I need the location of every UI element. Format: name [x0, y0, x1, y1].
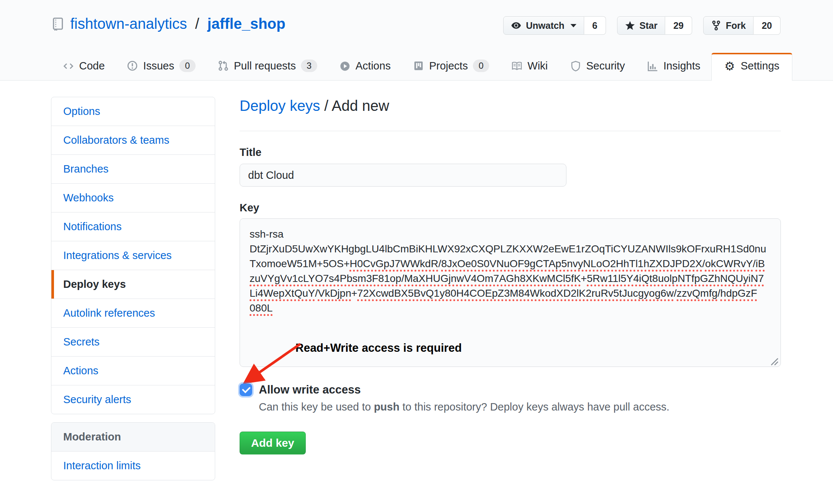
- sidebar-item-options[interactable]: Options: [51, 97, 215, 126]
- tab-insights[interactable]: Insights: [636, 53, 711, 80]
- play-icon: [339, 61, 351, 72]
- tab-security[interactable]: Security: [559, 53, 636, 80]
- tab-label: Insights: [663, 60, 700, 72]
- key-text-line: 080L: [250, 301, 771, 316]
- tab-label: Wiki: [528, 60, 548, 72]
- tab-label: Projects: [429, 60, 468, 72]
- tab-pull-requests[interactable]: Pull requests3: [207, 53, 328, 80]
- sidebar-item-collaborators-teams[interactable]: Collaborators & teams: [51, 126, 215, 154]
- key-text-line: TxomoeW51M+5OS+H0CvGpJ7WWkdR/8JxOe0S0VNu…: [250, 256, 771, 271]
- repo-book-icon: [51, 17, 64, 31]
- star-button[interactable]: Star: [617, 16, 666, 35]
- repo-header: fishtown-analytics / jaffle_shop Unwatch…: [0, 0, 833, 81]
- push-emphasis: push: [374, 401, 399, 413]
- tab-counter: 0: [473, 59, 489, 72]
- moderation-menu: Moderation Interaction limits: [51, 422, 215, 480]
- code-icon: [63, 61, 74, 72]
- tab-label: Pull requests: [234, 60, 296, 72]
- allow-write-row: Allow write access: [240, 383, 781, 396]
- deploy-keys-link[interactable]: Deploy keys: [240, 98, 320, 114]
- sidebar-item-actions[interactable]: Actions: [51, 356, 215, 385]
- settings-sidebar: OptionsCollaborators & teamsBranchesWebh…: [51, 97, 215, 480]
- tab-counter: 3: [301, 59, 317, 72]
- unwatch-button[interactable]: Unwatch: [503, 16, 584, 35]
- repo-actions: Unwatch6Star29Fork20: [503, 16, 780, 35]
- page-title: Deploy keys / Add new: [240, 97, 781, 115]
- sidebar-item-webhooks[interactable]: Webhooks: [51, 183, 215, 212]
- tab-wiki[interactable]: Wiki: [500, 53, 559, 80]
- key-text-line: zuVYgVv1cLYO7s4Pbsm3F81op/MaXHUGjnwV4Om7…: [250, 271, 771, 286]
- settings-menu: OptionsCollaborators & teamsBranchesWebh…: [51, 97, 215, 414]
- sidebar-item-branches[interactable]: Branches: [51, 154, 215, 183]
- repo-breadcrumb: fishtown-analytics / jaffle_shop: [51, 16, 285, 32]
- readwrite-annotation: Read+Write access is required: [295, 341, 462, 355]
- unwatch-label: Unwatch: [526, 20, 564, 31]
- tab-label: Security: [586, 60, 625, 72]
- repo-name-link[interactable]: jaffle_shop: [207, 16, 285, 32]
- fork-icon: [711, 20, 721, 31]
- unwatch-button-group: Unwatch6: [503, 16, 606, 35]
- fork-button[interactable]: Fork: [703, 16, 754, 35]
- add-key-button[interactable]: Add key: [240, 432, 306, 454]
- star-label: Star: [640, 20, 658, 31]
- tab-issues[interactable]: Issues0: [116, 53, 206, 80]
- fork-button-group: Fork20: [703, 16, 780, 35]
- wiki-icon: [511, 61, 522, 72]
- project-icon: [413, 60, 424, 71]
- fork-count[interactable]: 20: [754, 16, 780, 35]
- repo-owner-link[interactable]: fishtown-analytics: [70, 16, 187, 32]
- tab-settings[interactable]: ⚙Settings: [711, 53, 792, 81]
- sidebar-item-secrets[interactable]: Secrets: [51, 327, 215, 356]
- allow-write-note: Can this key be used to push to this rep…: [259, 401, 781, 413]
- repo-separator: /: [193, 16, 202, 32]
- star-button-group: Star29: [617, 16, 692, 35]
- gear-icon: ⚙: [724, 61, 735, 72]
- graph-icon: [647, 61, 658, 72]
- star-count[interactable]: 29: [665, 16, 692, 35]
- tab-label: Issues: [143, 60, 174, 72]
- repo-nav: CodeIssues0Pull requests3ActionsProjects…: [52, 53, 792, 81]
- sidebar-item-notifications[interactable]: Notifications: [51, 212, 215, 241]
- tab-counter: 0: [179, 59, 195, 72]
- tab-projects[interactable]: Projects0: [402, 53, 500, 80]
- sidebar-item-security-alerts[interactable]: Security alerts: [51, 385, 215, 414]
- textarea-resize-handle[interactable]: [769, 355, 779, 365]
- key-text-line: Li4WepXtQuY/VkDjpn+72XcwdBX5BvQ1y80H4COE…: [250, 286, 771, 301]
- tab-label: Actions: [356, 60, 391, 72]
- title-label: Title: [240, 147, 781, 158]
- caret-down-icon: [570, 24, 576, 27]
- tab-label: Code: [79, 60, 105, 72]
- fork-label: Fork: [726, 20, 746, 31]
- sidebar-item-interaction-limits[interactable]: Interaction limits: [51, 452, 215, 480]
- settings-layout: OptionsCollaborators & teamsBranchesWebh…: [0, 81, 833, 480]
- key-textarea[interactable]: ssh-rsaDtZjrXuD5UwXwYKHgbgLU4lbCmBiKHLWX…: [240, 218, 781, 367]
- allow-write-access-checkbox[interactable]: [240, 384, 252, 396]
- key-text-line: DtZjrXuD5UwXwYKHgbgLU4lbCmBiKHLWX92xCXQP…: [250, 242, 771, 256]
- key-text-line: ssh-rsa: [250, 227, 771, 242]
- title-divider: [240, 131, 781, 131]
- tab-actions[interactable]: Actions: [328, 53, 402, 80]
- main-content: Deploy keys / Add new Title Key ssh-rsaD…: [240, 97, 781, 480]
- sidebar-item-deploy-keys[interactable]: Deploy keys: [51, 270, 215, 299]
- shield-icon: [570, 61, 581, 72]
- sidebar-item-autolink-references[interactable]: Autolink references: [51, 299, 215, 327]
- unwatch-count[interactable]: 6: [584, 16, 606, 35]
- eye-icon: [511, 20, 521, 31]
- tab-label: Settings: [741, 60, 779, 72]
- allow-write-access-label[interactable]: Allow write access: [259, 383, 361, 396]
- pull-request-icon: [218, 60, 229, 71]
- tab-code[interactable]: Code: [52, 53, 116, 80]
- title-input[interactable]: [240, 164, 566, 187]
- key-label: Key: [240, 202, 781, 213]
- sidebar-item-integrations-services[interactable]: Integrations & services: [51, 241, 215, 270]
- moderation-header: Moderation: [51, 423, 215, 452]
- page-title-suffix: / Add new: [320, 98, 389, 114]
- issue-icon: [127, 60, 138, 71]
- star-icon: [625, 20, 635, 31]
